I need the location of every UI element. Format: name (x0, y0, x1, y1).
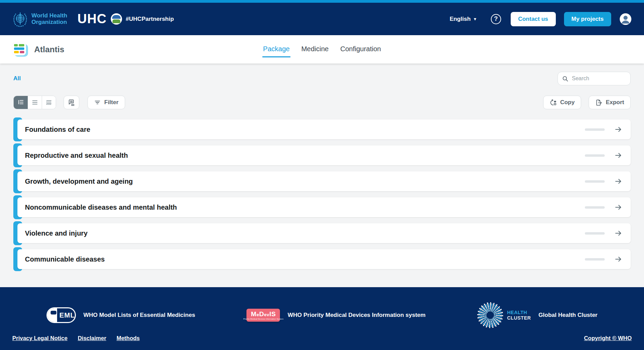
who-emblem-icon (12, 11, 28, 27)
copy-button[interactable]: Copy (543, 96, 581, 109)
avatar-icon[interactable] (619, 13, 632, 25)
main-tabs: Package Medicine Configuration (263, 35, 382, 64)
header-actions: English ▼ ? Contact us My projects (450, 12, 632, 26)
copy-label: Copy (560, 99, 575, 106)
tab-configuration[interactable]: Configuration (339, 42, 381, 57)
detail-list-view-button[interactable] (42, 96, 56, 109)
row-title: Noncommunicable diseases and mental heal… (25, 204, 585, 211)
top-accent-strip (0, 0, 644, 3)
medevis-logo-subtext: Priority Medical Devices Information Sys… (243, 318, 283, 320)
tab-medicine[interactable]: Medicine (300, 42, 329, 57)
export-button[interactable]: Export (589, 96, 631, 109)
partner-label: Global Health Cluster (538, 312, 598, 319)
partner-label: WHO Priority Medical Devices Information… (287, 312, 425, 319)
arrow-right-icon[interactable] (614, 151, 622, 159)
export-label: Export (606, 99, 624, 106)
atlantis-logo-icon (12, 42, 28, 57)
uhc-wordmark: UHC (78, 12, 107, 26)
main-content: All (0, 64, 644, 287)
help-icon[interactable]: ? (491, 14, 501, 24)
arrow-right-icon[interactable] (614, 125, 622, 134)
package-list: Foundations of care Reproductive and sex… (13, 120, 631, 269)
app-footer: EML WHO Model Lists of Essential Medicin… (0, 287, 644, 350)
list-item-communicable-diseases[interactable]: Communicable diseases (13, 249, 631, 269)
row-progress-pill (585, 232, 605, 235)
row-title: Foundations of care (25, 126, 585, 134)
row-progress-pill (585, 128, 605, 131)
row-progress-pill (585, 180, 605, 183)
arrow-right-icon[interactable] (614, 255, 622, 263)
partner-label: WHO Model Lists of Essential Medicines (83, 312, 195, 319)
footer-links: Privacy Legal Notice Disclaimer Methods … (12, 335, 632, 341)
eml-logo-text: EML (59, 311, 75, 319)
list-item-reproductive-sexual-health[interactable]: Reproductive and sexual health (13, 145, 631, 165)
privacy-legal-notice-link[interactable]: Privacy Legal Notice (12, 335, 67, 341)
caret-down-icon: ▼ (473, 17, 477, 22)
app-subheader: Atlantis Package Medicine Configuration (0, 35, 644, 64)
arrow-right-icon[interactable] (614, 203, 622, 211)
list-item-foundations-of-care[interactable]: Foundations of care (13, 120, 631, 139)
arrow-right-icon[interactable] (614, 177, 622, 185)
tree-view-button[interactable] (14, 96, 28, 109)
toolbar: Filter Copy Export (13, 96, 631, 109)
medevis-logo-text: MeDevIS (251, 311, 276, 317)
toolbar-right: Copy Export (543, 96, 631, 109)
app-header: World Health Organization UHC #UHCPartne… (0, 3, 644, 35)
who-wordmark: World Health Organization (31, 13, 67, 25)
list-view-button[interactable] (28, 96, 42, 109)
comment-icon (68, 99, 75, 106)
row-progress-pill (585, 258, 605, 261)
copyright-link[interactable]: Copyright © WHO (584, 335, 632, 341)
disclaimer-link[interactable]: Disclaimer (78, 335, 106, 341)
row-title: Violence and injury (25, 229, 585, 237)
contact-us-button[interactable]: Contact us (511, 12, 556, 26)
health-cluster-swirl-icon (477, 302, 503, 328)
medevis-logo: MeDevIS Priority Medical Devices Informa… (246, 309, 280, 322)
list-item-noncommunicable-diseases[interactable]: Noncommunicable diseases and mental heal… (13, 197, 631, 217)
filter-icon (94, 99, 101, 106)
search-box (558, 72, 631, 85)
detail-list-view-icon (45, 99, 52, 106)
row-title: Reproductive and sexual health (25, 152, 585, 159)
row-progress-pill (585, 154, 605, 157)
partner-medevis[interactable]: MeDevIS Priority Medical Devices Informa… (246, 309, 425, 322)
filter-label: Filter (104, 99, 119, 106)
health-cluster-logo-text: HEALTH CLUSTER (507, 310, 531, 321)
filter-button[interactable]: Filter (88, 96, 125, 109)
search-icon (562, 75, 568, 82)
eml-pill-icon (51, 311, 56, 314)
language-label: English (450, 16, 470, 23)
eml-logo: EML (46, 307, 76, 323)
row-progress-pill (585, 206, 605, 209)
partner-eml[interactable]: EML WHO Model Lists of Essential Medicin… (46, 307, 195, 323)
uhc-brand: UHC #UHCPartnership (78, 12, 174, 26)
row-title: Growth, development and ageing (25, 178, 585, 185)
list-item-growth-development-ageing[interactable]: Growth, development and ageing (13, 171, 631, 191)
tree-view-icon (17, 99, 24, 106)
language-selector[interactable]: English ▼ (450, 16, 477, 23)
copy-icon (550, 99, 557, 106)
view-toggle-group (13, 96, 56, 109)
tab-package[interactable]: Package (263, 42, 291, 57)
page-title: Atlantis (34, 45, 64, 54)
uhc-day-badge-icon (111, 13, 122, 25)
my-projects-button[interactable]: My projects (564, 12, 611, 26)
methods-link[interactable]: Methods (117, 335, 140, 341)
list-item-violence-and-injury[interactable]: Violence and injury (13, 223, 631, 243)
uhc-partnership-hashtag: #UHCPartnership (126, 16, 174, 23)
partner-logos: EML WHO Model Lists of Essential Medicin… (12, 301, 632, 330)
row-title: Communicable diseases (25, 255, 585, 263)
list-view-icon (31, 99, 38, 106)
arrow-right-icon[interactable] (614, 229, 622, 237)
who-logo[interactable]: World Health Organization (12, 11, 67, 27)
export-icon (595, 99, 602, 106)
search-input[interactable] (572, 75, 626, 82)
comments-button[interactable] (64, 96, 79, 109)
partner-health-cluster[interactable]: HEALTH CLUSTER Global Health Cluster (477, 302, 598, 328)
breadcrumb-all[interactable]: All (13, 75, 21, 82)
